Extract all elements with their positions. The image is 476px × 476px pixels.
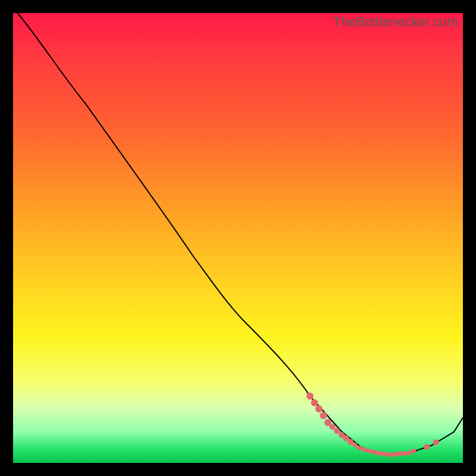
marker bbox=[380, 452, 384, 456]
marker bbox=[397, 452, 402, 456]
marker bbox=[330, 424, 336, 430]
marker bbox=[366, 449, 371, 453]
curve-svg bbox=[13, 13, 463, 463]
marker bbox=[411, 449, 416, 453]
marker bbox=[384, 452, 389, 457]
marker bbox=[334, 428, 340, 434]
marker bbox=[433, 439, 439, 445]
marker bbox=[362, 447, 367, 452]
plot-area: TheBottlenecker.com bbox=[13, 13, 463, 463]
marker bbox=[357, 446, 362, 450]
bottleneck-curve bbox=[18, 13, 463, 455]
marker bbox=[375, 450, 380, 455]
marker bbox=[347, 439, 353, 445]
marker bbox=[402, 451, 407, 456]
marker bbox=[393, 452, 398, 457]
marker bbox=[353, 443, 358, 447]
marker bbox=[389, 452, 393, 457]
marker bbox=[306, 393, 314, 400]
chart-container: TheBottlenecker.com bbox=[0, 0, 476, 476]
marker bbox=[320, 412, 327, 419]
marker bbox=[406, 450, 411, 455]
markers-group bbox=[306, 393, 439, 457]
marker bbox=[371, 449, 375, 454]
marker bbox=[424, 444, 430, 450]
marker bbox=[311, 399, 318, 406]
marker bbox=[315, 405, 322, 412]
